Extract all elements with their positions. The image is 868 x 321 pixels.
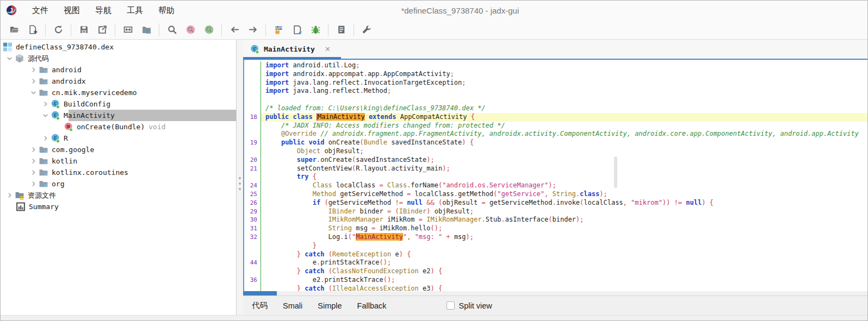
chevron-right-icon[interactable] — [28, 169, 39, 177]
save-all-button[interactable] — [76, 22, 91, 37]
line-number — [244, 285, 261, 291]
toolbar-separator — [328, 23, 328, 36]
tree-item-label: BuildConfig — [64, 100, 110, 108]
back-button[interactable] — [227, 22, 242, 37]
code-view-switcher: 代码SmaliSimpleFallback Split view — [243, 295, 867, 315]
horizontal-scrollbar[interactable] — [243, 291, 867, 295]
line-number — [244, 104, 261, 113]
code-line: import java.lang.reflect.Method; — [244, 87, 867, 96]
preferences-button[interactable] — [359, 22, 374, 37]
horizontal-scrollbar-thumb[interactable] — [243, 291, 277, 295]
search-text-button[interactable] — [183, 22, 198, 37]
tree-item-label: android — [52, 66, 82, 74]
search-button[interactable] — [164, 22, 179, 37]
line-number: 20 — [244, 156, 261, 165]
panel-splitter[interactable] — [237, 40, 243, 315]
tree-item-summary[interactable]: Summary — [1, 201, 236, 212]
tree-item-kotlinx-coroutines[interactable]: kotlinx.coroutines — [1, 167, 236, 178]
svg-text:c: c — [54, 112, 57, 118]
chevron-right-icon[interactable] — [28, 78, 39, 85]
code-line: 19 public void onCreate(Bundle savedInst… — [244, 139, 867, 147]
jadx-logo-icon: J — [6, 5, 17, 16]
tab-mainactivity[interactable]: c MainActivity ✕ — [243, 40, 338, 59]
flat-packages-button[interactable] — [139, 22, 154, 37]
folder-icon — [39, 145, 48, 154]
code-line: import android.util.Log; — [244, 61, 867, 70]
open-folder-icon — [10, 25, 19, 34]
code-line: import java.lang.reflect.InvocationTarge… — [244, 79, 867, 87]
toolbar-separator — [221, 23, 222, 36]
tree-item-r-class[interactable]: cR — [1, 133, 236, 144]
log-icon — [337, 25, 346, 34]
tree-item-android[interactable]: android — [1, 64, 236, 75]
help-menu[interactable]: 帮助 — [151, 1, 182, 20]
line-number — [244, 70, 261, 79]
open-file-button[interactable] — [7, 22, 22, 37]
tab-smali[interactable]: Smali — [283, 301, 302, 310]
tree-item-androidx[interactable]: androidx — [1, 75, 236, 87]
sync-icon — [123, 25, 133, 34]
folder-icon — [39, 65, 48, 74]
toolbar-separator — [159, 23, 159, 36]
export-button[interactable] — [95, 22, 110, 37]
chevron-right-icon[interactable] — [28, 180, 39, 188]
tree-item-resources[interactable]: 资源文件 — [1, 190, 236, 201]
code-line: /* JADX INFO: Access modifiers changed f… — [244, 122, 867, 130]
code-line: import androidx.appcompat.app.AppCompatA… — [244, 70, 867, 79]
split-view-toggle[interactable]: Split view — [447, 301, 492, 310]
vertical-scrollbar-thumb[interactable] — [614, 156, 617, 188]
chevron-right-icon[interactable] — [28, 66, 39, 74]
tree-item-mainactivity[interactable]: cMainActivity — [1, 110, 236, 121]
tab-code[interactable]: 代码 — [252, 300, 268, 311]
debug-button[interactable] — [308, 22, 323, 37]
chevron-right-icon[interactable] — [28, 146, 39, 154]
chevron-right-icon[interactable] — [40, 135, 51, 142]
tree-item-dex-root[interactable]: defineClass_9738740.dex — [1, 41, 236, 53]
sync-with-editor-button[interactable] — [120, 22, 135, 37]
forward-button[interactable] — [245, 22, 261, 37]
quark-button[interactable] — [289, 22, 305, 37]
tree-item-com-google[interactable]: com.google — [1, 144, 236, 155]
log-viewer-button[interactable] — [333, 22, 349, 37]
svg-text:c: c — [54, 135, 57, 141]
deobfuscation-button[interactable] — [271, 22, 286, 37]
chevron-right-icon[interactable] — [40, 100, 51, 108]
tree-item-buildconfig[interactable]: cBuildConfig — [1, 98, 236, 110]
tree-item-kotlin[interactable]: kotlin — [1, 155, 236, 167]
chevron-right-icon[interactable] — [4, 192, 15, 199]
flat-packages-icon — [142, 25, 151, 34]
file-menu[interactable]: 文件 — [24, 1, 56, 20]
line-number: 18 — [244, 113, 261, 122]
tree-item-oncreate[interactable]: monCreate(Bundle)void — [1, 121, 236, 133]
toolbar-separator — [71, 23, 71, 36]
class-icon: c — [51, 134, 60, 143]
chevron-down-icon[interactable] — [28, 89, 39, 97]
code-editor[interactable]: import android.util.Log;import androidx.… — [243, 60, 867, 291]
reload-button[interactable] — [51, 22, 66, 37]
code-line: 31 String msg = iMikRom.hello(); — [244, 224, 867, 233]
search-class-button[interactable] — [201, 22, 216, 37]
toolbar-separator — [45, 23, 46, 36]
tree-item-label: com.google — [52, 146, 94, 154]
add-files-button[interactable] — [25, 22, 40, 37]
chevron-down-icon[interactable] — [40, 112, 51, 119]
tree-item-org[interactable]: org — [1, 178, 236, 190]
tree-item-source-code[interactable]: 源代码 — [1, 53, 236, 64]
tree-item-label: androidx — [52, 77, 86, 85]
tree-item-cn-mik-myservicedemo[interactable]: cn.mik.myservicedemo — [1, 87, 236, 98]
view-menu[interactable]: 视图 — [56, 1, 88, 20]
tab-simple[interactable]: Simple — [318, 301, 342, 310]
toolbar-separator — [115, 23, 115, 36]
close-tab-icon[interactable]: ✕ — [325, 45, 331, 53]
tab-fallback[interactable]: Fallback — [357, 301, 387, 310]
chevron-down-icon[interactable] — [4, 55, 15, 62]
tools-menu[interactable]: 工具 — [119, 1, 151, 20]
chevron-right-icon[interactable] — [28, 158, 39, 165]
line-number — [244, 173, 261, 181]
toolbar — [1, 20, 867, 40]
save-icon — [79, 25, 89, 34]
navigation-menu[interactable]: 导航 — [88, 1, 119, 20]
split-view-checkbox[interactable] — [447, 301, 455, 310]
line-number — [244, 61, 261, 70]
line-number — [244, 79, 261, 87]
